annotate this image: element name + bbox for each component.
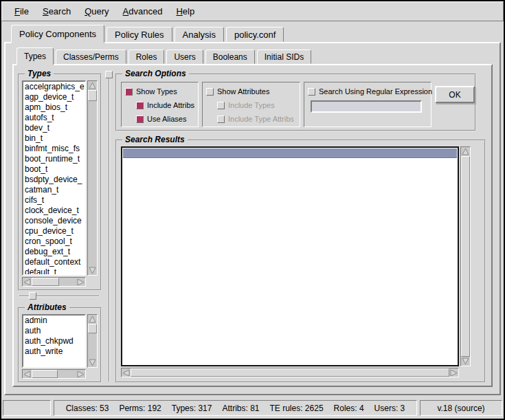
types-group-title: Types (25, 69, 54, 78)
scroll-trough[interactable] (59, 278, 76, 286)
scroll-trough[interactable] (88, 333, 97, 358)
types-list-item[interactable]: cifs_t (25, 195, 85, 206)
scroll-trough[interactable] (58, 370, 76, 378)
checkbox-label: Use Aliases (147, 115, 186, 123)
scroll-thumb[interactable] (32, 278, 59, 286)
types-list-item[interactable]: catman_t (25, 185, 85, 195)
main-tab[interactable]: Policy Rules (106, 27, 172, 42)
search-options-title: Search Options (122, 69, 189, 78)
regex-entry[interactable] (311, 100, 422, 113)
scroll-left-icon[interactable] (23, 370, 32, 379)
scroll-thumb[interactable] (461, 156, 470, 357)
menu-item[interactable]: Advanced (116, 3, 170, 19)
right-pane: Search Options Show Types Include Attrib… (114, 68, 489, 383)
main-tab[interactable]: policy.conf (226, 27, 284, 42)
types-list-item[interactable]: cron_spool_t (25, 236, 85, 247)
types-list-item[interactable]: boot_t (25, 164, 85, 175)
sub-tab[interactable]: Booleans (205, 49, 255, 64)
search-results-textarea[interactable] (121, 146, 459, 366)
use-aliases-checkbox[interactable]: Use Aliases (125, 112, 194, 126)
search-results-title: Search Results (122, 135, 188, 144)
attributes-list-item[interactable]: auth (25, 326, 85, 336)
types-list-item[interactable]: bdev_t (25, 123, 85, 133)
attributes-vscrollbar[interactable] (87, 314, 98, 368)
types-listbox[interactable]: accelgraphics_eagp_device_tapm_bios_taut… (22, 80, 86, 276)
sub-tab-bar: TypesClasses/PermsRolesUsersBooleansInit… (16, 47, 500, 64)
types-vscrollbar[interactable] (87, 80, 98, 276)
types-hscrollbar[interactable] (22, 277, 86, 287)
horizontal-sash[interactable] (19, 291, 103, 302)
attributes-groupbox: Attributes adminauthauth_chkpwdauth_writ… (18, 307, 102, 383)
scroll-up-icon[interactable] (461, 147, 470, 156)
attributes-hscrollbar[interactable] (22, 369, 86, 379)
checkbox-label: Include Type Attribs (228, 115, 294, 123)
sub-tab[interactable]: Roles (128, 49, 165, 64)
menu-item[interactable]: File (8, 3, 36, 19)
sub-tab[interactable]: Initial SIDs (257, 49, 311, 64)
scroll-down-icon[interactable] (461, 357, 470, 366)
scroll-right-icon[interactable] (76, 278, 85, 287)
scroll-right-icon[interactable] (449, 368, 458, 377)
sub-tab[interactable]: Users (166, 49, 203, 64)
types-list-item[interactable]: clock_device_t (25, 206, 85, 216)
types-list-item[interactable]: bin_t (25, 133, 85, 144)
show-attributes-checkbox[interactable]: Show Attributes (206, 85, 296, 98)
scroll-thumb[interactable] (88, 90, 97, 101)
scroll-trough[interactable] (88, 101, 97, 266)
scroll-down-icon[interactable] (88, 358, 97, 367)
main-tab[interactable]: Policy Components (11, 25, 104, 43)
ok-button[interactable]: OK (435, 86, 475, 103)
main-tab-bar: Policy ComponentsPolicy RulesAnalysispol… (11, 25, 504, 42)
types-list-item[interactable]: autofs_t (25, 113, 85, 123)
sash-grip-icon[interactable] (29, 292, 36, 300)
scroll-right-icon[interactable] (76, 370, 85, 379)
scroll-left-icon[interactable] (23, 278, 32, 287)
types-list-item[interactable]: bsdpty_device_ (25, 175, 85, 185)
scroll-thumb[interactable] (32, 370, 58, 378)
scroll-up-icon[interactable] (88, 315, 97, 324)
types-list-item[interactable]: default_context (25, 257, 85, 267)
include-attribs-checkbox[interactable]: Include Attribs (125, 98, 194, 112)
types-list-item[interactable]: agp_device_t (25, 92, 85, 102)
status-stat: Perms: 192 (119, 404, 161, 413)
results-hscrollbar[interactable] (121, 368, 459, 377)
types-list-item[interactable]: console_device (25, 216, 85, 226)
show-types-checkbox[interactable]: Show Types (125, 85, 194, 98)
checkbox-icon[interactable] (136, 102, 144, 109)
scroll-down-icon[interactable] (88, 266, 97, 275)
scroll-up-icon[interactable] (88, 81, 97, 90)
types-list-item[interactable]: default_t (25, 267, 85, 276)
attributes-list-item[interactable]: auth_chkpwd (25, 336, 85, 346)
types-list-item[interactable]: accelgraphics_e (25, 82, 85, 92)
scroll-thumb[interactable] (88, 324, 97, 333)
checkbox-label: Include Types (228, 101, 275, 109)
attributes-listbox[interactable]: adminauthauth_chkpwdauth_write (22, 314, 86, 368)
checkbox-icon[interactable] (136, 115, 144, 123)
results-vscrollbar[interactable] (460, 146, 471, 366)
attributes-list-item[interactable]: auth_write (25, 346, 85, 357)
attributes-group-title: Attributes (25, 302, 69, 312)
types-page: Types accelgraphics_eagp_device_tapm_bio… (12, 64, 493, 387)
menu-item[interactable]: Search (36, 3, 78, 19)
vertical-sash[interactable] (104, 68, 114, 383)
checkbox-icon[interactable] (206, 88, 214, 96)
app-window: FileSearchQueryAdvancedHelp Policy Compo… (0, 0, 505, 420)
scroll-thumb[interactable] (131, 368, 449, 377)
attributes-list-item[interactable]: admin (25, 316, 85, 326)
menu-item[interactable]: Query (78, 3, 115, 19)
main-tab[interactable]: Analysis (175, 27, 224, 42)
types-list-item[interactable]: cpu_device_t (25, 226, 85, 236)
checkbox-icon[interactable] (308, 88, 315, 96)
search-options-groupbox: Search Options Show Types Include Attrib… (115, 74, 476, 131)
types-list-item[interactable]: apm_bios_t (25, 102, 85, 113)
checkbox-icon[interactable] (125, 88, 133, 96)
types-list-item[interactable]: binfmt_misc_fs (25, 144, 85, 154)
sash-grip-icon[interactable] (105, 71, 113, 78)
scroll-left-icon[interactable] (122, 368, 131, 377)
menu-item[interactable]: Help (169, 3, 201, 19)
types-list-item[interactable]: debug_ext_t (25, 247, 85, 257)
sub-tab[interactable]: Types (16, 47, 54, 65)
sub-tab[interactable]: Classes/Perms (56, 49, 126, 64)
types-list-item[interactable]: boot_runtime_t (25, 154, 85, 164)
regex-checkbox[interactable]: Search Using Regular Expression (308, 85, 427, 98)
